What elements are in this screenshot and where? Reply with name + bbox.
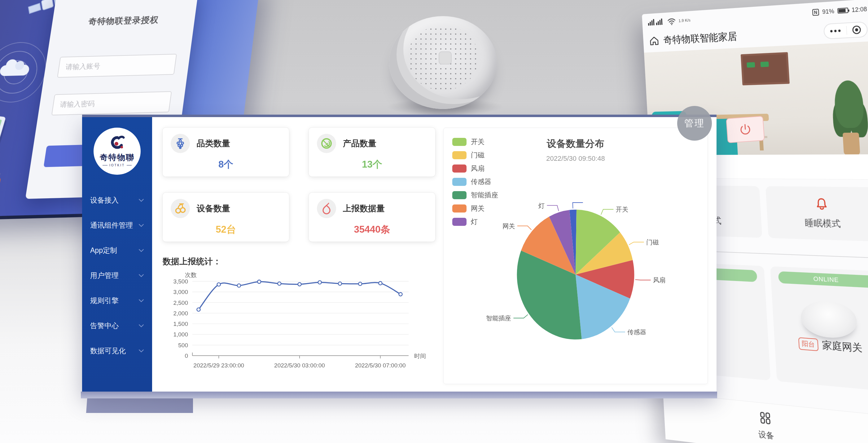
stat-value: 13个	[317, 158, 427, 171]
stat-title: 产品数量	[343, 138, 376, 149]
iot-dashboard-window: 奇特物聯 IOTKIT 设备接入通讯组件管理App定制用户管理规则引擎告警中心数…	[82, 115, 716, 391]
composite-scene: 奇特物联登录授权 登录 1.9 K/s N 91% 12:08	[0, 0, 868, 443]
power-button[interactable]	[726, 116, 765, 143]
data-point	[197, 308, 200, 311]
svg-text:2022/5/30 03:00:00: 2022/5/30 03:00:00	[274, 362, 325, 369]
close-capsule-icon[interactable]	[851, 25, 862, 35]
data-point	[278, 282, 281, 285]
svg-text:2022/5/29 23:00:00: 2022/5/29 23:00:00	[193, 362, 244, 369]
stat-title: 品类数量	[197, 138, 230, 149]
grapes-icon	[171, 134, 190, 153]
sidebar-item-6[interactable]: 数据可见化	[82, 338, 152, 363]
svg-text:3,500: 3,500	[173, 278, 188, 285]
svg-text:500: 500	[178, 342, 188, 349]
stat-card-0: 品类数量8个	[163, 128, 289, 177]
sidebar-item-3[interactable]: 用户管理	[82, 263, 152, 288]
stat-value: 52台	[171, 223, 281, 236]
svg-text:3,000: 3,000	[173, 289, 188, 295]
svg-text:2022/5/30 07:00:00: 2022/5/30 07:00:00	[355, 362, 406, 369]
dashboard-content: 品类数量8个产品数量13个设备数量52台上报数据量35440条 数据上报统计： …	[152, 117, 716, 391]
pie-callout-label: 网关	[502, 223, 515, 229]
password-input[interactable]	[52, 91, 172, 115]
person-illustration	[0, 178, 1, 195]
speaker-logo	[439, 52, 452, 64]
chevron-down-icon	[138, 274, 144, 278]
sidebar-item-label: 用户管理	[90, 271, 119, 280]
svg-text:时间: 时间	[414, 353, 426, 359]
data-point	[378, 282, 382, 285]
gateway-image	[800, 299, 858, 340]
smart-speaker	[389, 16, 497, 109]
device-illustration	[0, 115, 6, 147]
account-input[interactable]	[57, 54, 177, 78]
sidebar: 奇特物聯 IOTKIT 设备接入通讯组件管理App定制用户管理规则引擎告警中心数…	[82, 117, 152, 391]
home-icon[interactable]	[649, 36, 659, 46]
app-title: 奇特物联智能家居	[663, 29, 738, 47]
cherries-icon	[171, 199, 190, 218]
brand-logo: 奇特物聯 IOTKIT	[94, 128, 141, 175]
svg-text:1,000: 1,000	[173, 331, 188, 338]
legend-swatch	[452, 138, 467, 146]
svg-text:次数: 次数	[185, 272, 197, 278]
sidebar-item-4[interactable]: 规则引擎	[82, 288, 152, 313]
battery-percent: 91%	[822, 8, 835, 15]
sidebar-item-0[interactable]: 设备接入	[82, 188, 152, 213]
chevron-down-icon	[138, 299, 144, 303]
phone-tab-bar: 设备我	[663, 392, 868, 443]
miniapp-menu-pill	[824, 21, 868, 39]
lime-icon	[317, 134, 336, 153]
report-line-chart: 05001,0001,5002,0002,5003,0003,5002022/5…	[163, 269, 435, 376]
sidebar-item-label: 设备接入	[90, 195, 119, 205]
device-card-gateway[interactable]: ONLINE 阳台 家庭网关	[770, 266, 868, 392]
sidebar-menu: 设备接入通讯组件管理App定制用户管理规则引擎告警中心数据可见化	[82, 188, 152, 363]
data-point	[359, 282, 362, 286]
data-point	[237, 284, 241, 287]
cloud-icon	[0, 64, 30, 76]
sidebar-item-label: 通讯组件管理	[90, 221, 133, 230]
brand-subtitle: IOTKIT	[102, 164, 132, 167]
bell-icon	[814, 197, 829, 213]
svg-text:2,000: 2,000	[173, 310, 188, 317]
mode-card-1[interactable]: 睡眠模式	[766, 186, 868, 242]
wifi-icon	[667, 17, 676, 25]
rabbit-logo-icon	[108, 135, 126, 152]
data-point	[338, 282, 342, 285]
wall-art	[741, 52, 789, 85]
grid-icon	[758, 410, 772, 427]
legend-swatch	[452, 151, 467, 159]
data-point	[399, 292, 402, 296]
svg-text:2,500: 2,500	[173, 299, 188, 306]
power-icon	[739, 123, 752, 137]
sidebar-item-label: 告警中心	[90, 321, 119, 330]
tab-label: 设备	[758, 429, 774, 441]
sidebar-item-label: 规则引擎	[90, 296, 119, 306]
status-time: 12:08	[851, 6, 867, 13]
chevron-down-icon	[138, 349, 144, 353]
battery-icon	[837, 7, 848, 13]
legend-item[interactable]: 开关	[452, 137, 498, 147]
svg-text:1,500: 1,500	[173, 321, 188, 327]
chevron-down-icon	[138, 224, 144, 227]
sidebar-item-label: 数据可见化	[90, 346, 126, 356]
stat-value: 35440条	[317, 223, 427, 236]
tab-设备[interactable]: 设备	[757, 410, 774, 441]
more-icon[interactable]	[830, 29, 841, 33]
data-point	[257, 280, 261, 283]
stat-value: 8个	[171, 158, 281, 171]
chevron-down-icon	[138, 249, 144, 252]
pie-callout-label: 智能插座	[486, 315, 511, 322]
admin-badge[interactable]: 管理	[677, 106, 712, 140]
pear-icon	[317, 199, 336, 218]
brand-name: 奇特物聯	[100, 152, 134, 163]
legend-item[interactable]: 门磁	[452, 151, 498, 160]
sidebar-item-5[interactable]: 告警中心	[82, 313, 152, 338]
online-badge: ONLINE	[778, 272, 868, 288]
legend-label: 门磁	[471, 151, 485, 160]
login-title: 奇特物联登录授权	[65, 13, 182, 28]
signal-bars-icon	[648, 18, 665, 27]
chevron-down-icon	[138, 324, 144, 328]
sidebar-item-2[interactable]: App定制	[82, 238, 152, 263]
mode-label: 睡眠模式	[805, 217, 841, 230]
sidebar-item-1[interactable]: 通讯组件管理	[82, 213, 152, 238]
stat-card-2: 设备数量52台	[163, 193, 289, 242]
